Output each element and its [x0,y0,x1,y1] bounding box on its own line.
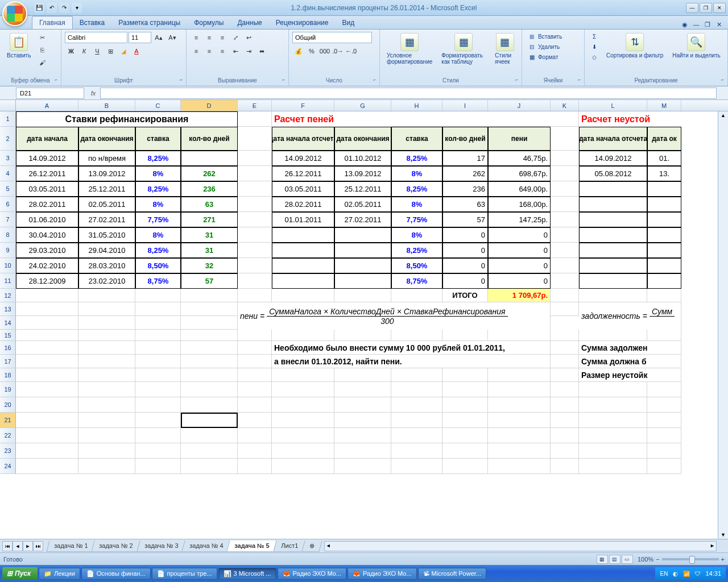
cell[interactable] [181,382,238,397]
decrease-indent-icon[interactable]: ⇤ [229,45,242,57]
t1-rate[interactable]: 8,75% [135,273,181,289]
cell[interactable] [551,127,579,151]
column-header-E[interactable]: E [238,100,272,111]
cell[interactable] [488,368,551,382]
cell[interactable] [16,397,78,413]
fx-button[interactable]: fx [88,88,99,98]
cell[interactable] [272,330,334,341]
cell[interactable] [551,368,579,382]
cell[interactable] [16,443,78,459]
cell[interactable] [135,397,181,413]
cell[interactable] [551,302,579,316]
cell[interactable] [16,316,78,330]
t3-date-start[interactable]: 05.08.2012 [579,166,647,181]
t1-date-end[interactable]: 29.04.2010 [78,243,135,258]
increase-decimal-icon[interactable]: .0→ [332,45,344,57]
cell[interactable] [238,197,272,212]
cell[interactable] [647,397,681,413]
font-name-select[interactable] [65,32,127,43]
cell[interactable] [488,382,551,397]
t3-empty[interactable] [647,197,681,212]
cell[interactable] [272,289,334,302]
t2-date-start[interactable]: 03.05.2011 [272,181,334,197]
t2-penalty[interactable]: 0 [488,227,551,243]
row-header-13[interactable]: 13 [0,302,16,316]
cell[interactable] [238,181,272,197]
tab-view[interactable]: Вид [335,16,361,29]
column-header-A[interactable]: A [16,100,78,111]
cell[interactable] [579,289,647,302]
t1-rate[interactable]: 8% [135,227,181,243]
t3-empty[interactable] [579,181,647,197]
t2-penalty[interactable]: 0 [488,273,551,289]
tab-home[interactable]: Главная [32,16,73,29]
t1-date-start[interactable]: 28.12.2009 [16,273,78,289]
cell[interactable] [551,341,579,355]
cell[interactable] [181,341,238,355]
cell[interactable] [647,443,681,459]
cell[interactable] [391,397,442,413]
cell[interactable] [238,111,272,127]
cell[interactable] [579,443,647,459]
t1-days[interactable]: 31 [181,243,238,258]
cell[interactable] [551,443,579,459]
select-all-corner[interactable] [0,100,16,111]
cell[interactable] [181,459,238,474]
cell[interactable] [78,316,135,330]
sheet-tab-2[interactable]: задача № 3 [136,541,186,552]
cell[interactable] [78,413,135,428]
header-t2-1[interactable]: дата окончания [334,127,391,151]
t1-date-end[interactable]: 13.09.2012 [78,166,135,181]
sheet-nav-last[interactable]: ⏭ [33,541,43,551]
cell[interactable] [181,397,238,413]
header-t1-2[interactable]: ставка [135,127,181,151]
cell[interactable] [334,459,391,474]
tab-formulas[interactable]: Формулы [187,16,230,29]
undo-icon[interactable]: ↶ [47,3,57,13]
cell[interactable] [442,330,488,341]
cell[interactable] [16,382,78,397]
t2-days[interactable]: 17 [442,151,488,166]
t2-rate[interactable]: 8,25% [391,243,442,258]
t2-days[interactable]: 0 [442,273,488,289]
new-sheet-button[interactable]: ⊕ [301,541,322,552]
find-select-button[interactable]: 🔍Найти и выделить [669,32,723,60]
formula-input[interactable] [100,88,717,99]
cell[interactable] [78,341,135,355]
cell[interactable] [181,428,238,443]
t2-date-start[interactable]: 01.01.2011 [272,212,334,227]
t2-date-start[interactable] [272,273,334,289]
tab-page-layout[interactable]: Разметка страницы [111,16,187,29]
start-button[interactable]: ⊞Пуск [2,567,38,580]
t1-rate[interactable]: 8,25% [135,181,181,197]
t3-date-start[interactable]: 14.09.2012 [579,151,647,166]
border-button[interactable]: ⊞ [104,45,117,57]
cell[interactable] [78,355,135,368]
cell[interactable] [238,227,272,243]
t3-empty[interactable] [579,273,647,289]
row-header-6[interactable]: 6 [0,197,16,212]
save-icon[interactable]: 💾 [34,3,44,13]
header-t1-1[interactable]: дата окончания [78,127,135,151]
cell[interactable] [78,368,135,382]
t3-empty[interactable] [647,243,681,258]
horizontal-scrollbar[interactable] [324,541,717,551]
underline-button[interactable]: Ч [91,45,104,57]
sheet-tab-1[interactable]: задача № 2 [92,541,141,552]
taskbar-item-3[interactable]: 📊3 Microsoft ... [218,568,276,580]
row-header-20[interactable]: 20 [0,397,16,413]
t1-days[interactable]: 31 [181,227,238,243]
cell[interactable] [551,243,579,258]
cell[interactable] [551,197,579,212]
taskbar-item-6[interactable]: 📽Microsoft Power... [418,568,486,580]
cell[interactable] [16,330,78,341]
percent-icon[interactable]: % [305,45,318,57]
row-header-5[interactable]: 5 [0,181,16,197]
cell[interactable] [135,355,181,368]
cell[interactable] [135,289,181,302]
taskbar-item-0[interactable]: 📁Лекции [39,568,80,580]
column-header-K[interactable]: K [551,100,579,111]
row-header-19[interactable]: 19 [0,382,16,397]
cell[interactable] [238,273,272,289]
font-size-select[interactable] [129,32,151,43]
